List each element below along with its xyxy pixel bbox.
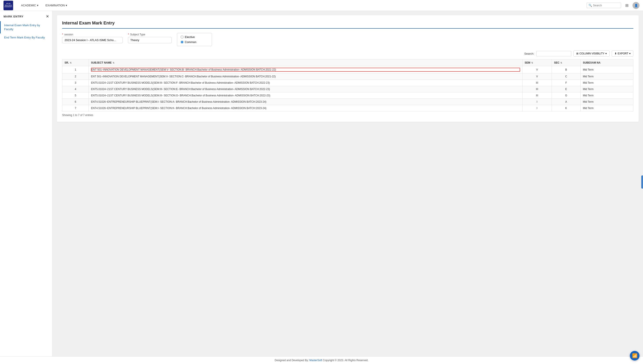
top-navigation: ATLASSKILLTECHUNIVERSITY ACADEMIC ▾ EXAM…	[0, 0, 643, 11]
apps-icon[interactable]: ⊞	[624, 2, 630, 8]
cell-sr: 6	[62, 99, 89, 105]
required-star: *	[62, 33, 63, 36]
radio-common[interactable]: Common	[181, 40, 208, 44]
cell-subexam: Mid Term	[580, 99, 633, 105]
radio-elective-input[interactable]	[181, 36, 183, 38]
radio-common-input[interactable]	[181, 41, 183, 44]
user-avatar[interactable]: 👤	[632, 2, 639, 9]
scroll-hint	[641, 176, 643, 188]
table-icon: ⊞	[576, 52, 578, 55]
cell-sec: K	[552, 105, 581, 112]
footer-text-after: Copyright © 2023. All Rights Reserved.	[322, 359, 369, 362]
cell-sr: 2	[62, 74, 89, 80]
cell-subject[interactable]: ENT5.01024~21ST CENTURY BUSINESS MODELS(…	[89, 80, 522, 86]
sidebar-item-internal-exam[interactable]: Internal Exam Mark Entry by Faculty	[0, 21, 52, 34]
cell-sr: 1	[62, 66, 89, 74]
cell-sem: III	[522, 92, 552, 99]
radio-group: Elective Common	[177, 33, 212, 46]
sidebar-item-end-term[interactable]: End Term Mark Entry By Faculty	[0, 34, 52, 42]
session-label: * session	[62, 33, 123, 36]
required-star-2: *	[128, 33, 129, 36]
cell-sr: 3	[62, 80, 89, 86]
nav-links: ACADEMIC ▾ EXAMINATION ▾	[18, 0, 586, 11]
cell-subject[interactable]: ENT5.01024~21ST CENTURY BUSINESS MODELS(…	[89, 92, 522, 99]
search-input[interactable]	[593, 4, 619, 7]
chevron-down-icon: ▾	[37, 4, 39, 7]
cell-sem: V	[522, 74, 552, 80]
cell-sem: I	[522, 99, 552, 105]
session-select[interactable]: 2023-24 Session I - ATLAS ISME Scho...	[62, 37, 123, 43]
nav-item-academic[interactable]: ACADEMIC ▾	[18, 0, 41, 11]
export-button[interactable]: ⬇ EXPORT ▾	[612, 50, 633, 56]
cell-sr: 7	[62, 105, 89, 112]
chevron-down-icon: ▾	[66, 4, 67, 7]
download-icon: ⬇	[614, 52, 617, 55]
sidebar-header: MARK ENTRY ✕	[0, 14, 52, 21]
table-row[interactable]: 2 ENT 501~INNOVATION DEVELOPMENT MANAGEM…	[62, 74, 633, 80]
column-visibility-button[interactable]: ⊞ COLUMN VISIBILITY ▾	[573, 50, 609, 56]
page-title: Internal Exam Mark Entry	[62, 20, 633, 28]
col-sr[interactable]: SR.⇅	[62, 60, 89, 66]
content-area: Internal Exam Mark Entry * session 2023-…	[53, 11, 643, 356]
cell-sem: I	[522, 105, 552, 112]
radio-elective-label: Elective	[185, 36, 195, 39]
session-group: * session 2023-24 Session I - ATLAS ISME…	[62, 33, 123, 43]
cell-subexam: Mid Term	[580, 86, 633, 92]
col-sem[interactable]: SEM⇅	[522, 60, 552, 66]
search-box[interactable]: 🔍	[586, 2, 621, 8]
radio-elective[interactable]: Elective	[181, 36, 208, 39]
col-subexam[interactable]: SUBEXAM NA	[580, 60, 633, 66]
cell-subexam: Mid Term	[580, 92, 633, 99]
sidebar: MARK ENTRY ✕ Internal Exam Mark Entry by…	[0, 11, 53, 356]
radio-common-label: Common	[185, 40, 196, 44]
cell-subject[interactable]: ENT5.01024~21ST CENTURY BUSINESS MODELS(…	[89, 86, 522, 92]
footer: Designed and Developed By: MasterSoft Co…	[0, 356, 643, 364]
table-row[interactable]: 3 ENT5.01024~21ST CENTURY BUSINESS MODEL…	[62, 80, 633, 86]
cell-sem: III	[522, 80, 552, 86]
cell-sem: III	[522, 86, 552, 92]
main-card: Internal Exam Mark Entry * session 2023-…	[57, 15, 639, 122]
footer-mastersoft-link[interactable]: MasterSoft	[309, 359, 322, 362]
table-row[interactable]: 1 ENT 501~INNOVATION DEVELOPMENT MANAGEM…	[62, 66, 633, 74]
chat-widget[interactable]: 📶	[630, 351, 639, 360]
sidebar-close-icon[interactable]: ✕	[46, 14, 49, 18]
cell-sem: V	[522, 66, 552, 74]
cell-sec: C	[552, 74, 581, 80]
search-icon: 🔍	[588, 4, 592, 7]
nav-item-examination[interactable]: EXAMINATION ▾	[43, 0, 70, 11]
cell-subject[interactable]: ENT 501~INNOVATION DEVELOPMENT MANAGEMEN…	[89, 74, 522, 80]
form-row: * session 2023-24 Session I - ATLAS ISME…	[62, 33, 633, 46]
logo: ATLASSKILLTECHUNIVERSITY	[4, 1, 13, 10]
cell-subexam: Mid Term	[580, 80, 633, 86]
cell-sec: F	[552, 80, 581, 86]
table-row[interactable]: 7 ENT4.51026~ENTREPRENEURSHIP BLUEPRINT(…	[62, 105, 633, 112]
cell-subject[interactable]: ENT4.51026~ENTREPRENEURSHIP BLUEPRINT(SE…	[89, 99, 522, 105]
logo-area[interactable]: ATLASSKILLTECHUNIVERSITY	[4, 1, 13, 10]
cell-subject[interactable]: ENT 501~INNOVATION DEVELOPMENT MANAGEMEN…	[89, 66, 522, 74]
data-table: SR.⇅ SUBJECT NAME⇅ SEM⇅ SEC⇅ SUBEXAM NA …	[62, 59, 633, 112]
footer-text-before: Designed and Developed By:	[275, 359, 309, 362]
chevron-down-icon: ▾	[605, 52, 607, 55]
cell-subexam: Mid Term	[580, 74, 633, 80]
table-header-row: SR.⇅ SUBJECT NAME⇅ SEM⇅ SEC⇅ SUBEXAM NA	[62, 60, 633, 66]
table-row[interactable]: 5 ENT5.01024~21ST CENTURY BUSINESS MODEL…	[62, 92, 633, 99]
table-search-label: Search:	[524, 52, 534, 55]
col-sec[interactable]: SEC⇅	[552, 60, 581, 66]
subject-type-select[interactable]: TheoryPracticalProject	[128, 37, 172, 43]
table-controls: Search: ⊞ COLUMN VISIBILITY ▾ ⬇ EXPORT ▾	[62, 50, 633, 56]
nav-right: 🔍 ⊞ 👤	[586, 2, 639, 9]
cell-sec: G	[552, 92, 581, 99]
table-showing-text: Showing 1 to 7 of 7 entries	[62, 114, 633, 117]
cell-subject[interactable]: ENT4.51026~ENTREPRENEURSHIP BLUEPRINT(SE…	[89, 105, 522, 112]
table-row[interactable]: 6 ENT4.51026~ENTREPRENEURSHIP BLUEPRINT(…	[62, 99, 633, 105]
cell-sec: E	[552, 86, 581, 92]
table-search-input[interactable]	[536, 51, 571, 56]
col-subject[interactable]: SUBJECT NAME⇅	[89, 60, 522, 66]
table-row[interactable]: 4 ENT5.01024~21ST CENTURY BUSINESS MODEL…	[62, 86, 633, 92]
subject-type-group: * Subject Type TheoryPracticalProject	[128, 33, 172, 43]
cell-subexam: Mid Term	[580, 66, 633, 74]
cell-subexam: Mid Term	[580, 105, 633, 112]
chevron-down-icon: ▾	[629, 52, 630, 55]
cell-sec: A	[552, 99, 581, 105]
chat-icon: 📶	[632, 353, 637, 358]
